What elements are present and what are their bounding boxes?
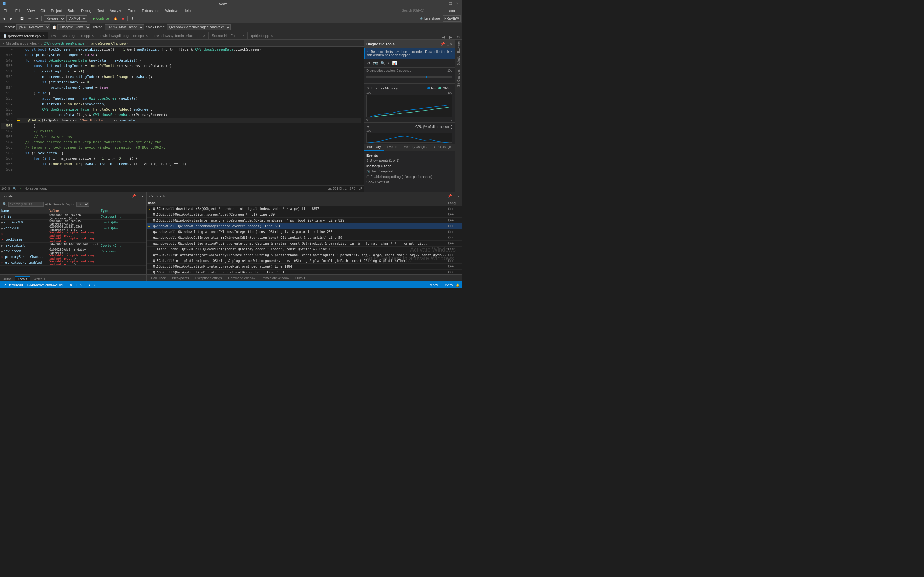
configuration-dropdown[interactable]: Release Debug [44,15,65,22]
tab-qwindowsintegration[interactable]: qwindowsintegration.cpp × [48,32,97,39]
tab-close-qobject[interactable]: × [271,34,273,37]
step-over-button[interactable]: ⬇ [129,15,136,22]
minimize-button[interactable]: — [440,1,447,6]
callstack-close-button[interactable]: × [457,194,459,198]
locals-tab-locals[interactable]: Locals [15,276,31,282]
menu-analyze[interactable]: Analyze [107,8,125,13]
menu-edit[interactable]: Edit [13,8,24,13]
diag-tab-cpu-usage[interactable]: CPU Usage [431,144,454,151]
lifecycle-dropdown[interactable]: Lifecycle Events [57,24,90,30]
locals-search-input[interactable] [8,201,44,207]
step-into-button[interactable]: ↓ [137,15,142,22]
tab-close-notfound[interactable]: × [242,34,244,37]
tab-scroll-left[interactable]: ◀ [440,35,447,39]
cs-tab-callstack[interactable]: Call Stack [149,276,168,280]
tab-qwindowssysteminterface[interactable]: qwindowssysteminterface.cpp × [151,32,208,39]
diag-tab-events[interactable]: Events [384,144,401,151]
back-button[interactable]: ◀ [1,15,7,22]
tab-close-sysinterface[interactable]: × [203,34,205,37]
tab-close-gdi[interactable]: × [145,34,148,37]
diag-pin-button[interactable]: 📌 [441,42,445,46]
forward-button[interactable]: ▶ [8,15,14,22]
sign-in-button[interactable]: Sign in [448,9,458,12]
solution-explorer-tab[interactable]: Solution Explorer [457,41,460,65]
menu-project[interactable]: Project [48,8,64,13]
tab-scroll-right[interactable]: ▶ [447,35,454,39]
stop-button[interactable]: ■ [120,15,126,22]
diag-tools-toggle[interactable]: ⚙ [454,35,462,39]
undo-button[interactable]: ↩ [27,15,32,22]
tab-qwindowsscreen[interactable]: 📄 qwindowsscreen.cpp × [0,32,48,39]
diag-search-button[interactable]: 🔍 [380,60,386,66]
menu-test[interactable]: Test [95,8,107,13]
tab-close-integration[interactable]: × [92,34,94,37]
diag-tab-summary[interactable]: Summary [364,144,384,151]
restart-button[interactable]: 🔥 [112,15,119,22]
menu-extensions[interactable]: Extensions [140,8,162,13]
diag-close-button[interactable]: × [451,42,452,46]
take-snapshot-item[interactable]: 📷 Take Snapshot [365,169,454,174]
menu-debug[interactable]: Debug [79,8,94,13]
stackframe-dropdown[interactable]: QWindowsScreenManager::handleScreenC... [166,24,231,30]
locals-expand-button[interactable]: ⊡ [137,194,140,198]
menu-view[interactable]: View [25,8,37,13]
diag-snapshot-button[interactable]: 📷 [373,60,379,66]
expand-begin[interactable]: ▶ [1,221,3,224]
locals-tab-autos[interactable]: Autos [0,277,15,282]
continue-button[interactable]: ▶ Continue [91,15,111,22]
process-dropdown[interactable]: [9748] nxtray.exe [16,24,50,30]
cs-tab-commandwindow[interactable]: Command Window [226,276,257,280]
locals-close-button[interactable]: × [142,194,144,198]
menu-file[interactable]: File [1,8,12,13]
diag-tab-memory-usage[interactable]: Memory Usage ↓ [400,144,431,151]
cs-tab-breakpoints[interactable]: Breakpoints [170,276,191,280]
search-next-button[interactable]: ▶ [49,202,51,206]
expand-newscreen[interactable]: ▶ [1,250,3,253]
global-search-input[interactable] [400,8,445,13]
tab-close-qwindowsscreen[interactable]: × [43,34,45,37]
maximize-button[interactable]: □ [448,1,453,6]
diagnostic-toolbar: ⚙ 📷 🔍 ℹ 📊 [364,59,455,68]
legend-stack: S... [427,86,436,90]
cs-tab-exception[interactable]: Exception Settings [194,276,224,280]
locals-tab-watch[interactable]: Watch 1 [30,277,48,282]
menu-build[interactable]: Build [65,8,78,13]
diag-expand-button[interactable]: ⊡ [446,42,449,46]
step-out-button[interactable]: ↑ [143,15,148,22]
enable-profiling-item[interactable]: ☐ Enable heap profiling (affects perform… [365,174,454,179]
git-branch[interactable]: feature/DCET-148-native-arm64-build [9,284,63,287]
callstack-pin-button[interactable]: 📌 [447,194,452,198]
close-button[interactable]: × [454,1,459,6]
show-events-item[interactable]: ⟫ Show Events (1 of 1) [365,158,454,163]
cs-tab-immediatewindow[interactable]: Immediate Window [260,276,291,280]
menu-help[interactable]: Help [181,8,194,13]
thread-dropdown[interactable]: [13764] Main Thread [105,24,144,30]
show-events-of-item[interactable]: Show Events of [365,179,454,185]
platform-dropdown[interactable]: ARM64 x64 [66,15,87,22]
diag-info-button[interactable]: ℹ [387,60,390,66]
tab-sourcenotfound[interactable]: Source Not Found × [208,32,248,39]
menu-window[interactable]: Window [162,8,180,13]
live-share-button[interactable]: 🔗 Live Share [418,15,441,22]
expand-end[interactable]: ▶ [1,227,3,230]
notifications-button[interactable]: 🔔 [456,284,459,287]
menu-tools[interactable]: Tools [126,8,139,13]
tab-qwindowsgdiintegration[interactable]: qwindowsgdiintegration.cpp × [97,32,151,39]
callstack-expand-button[interactable]: ⊡ [453,194,456,198]
expand-this[interactable]: ▶ [1,215,3,218]
git-changes-tab[interactable]: Git Changes [457,69,460,87]
code-editor[interactable]: const bool lockScreen = newDataList.size… [14,47,363,185]
locals-pin-button[interactable]: 📌 [132,194,136,198]
preview-button[interactable]: PREVIEW [443,15,461,22]
expand-newdatalist[interactable]: ▶ [1,244,3,247]
redo-button[interactable]: ↪ [34,15,39,22]
tab-qobject[interactable]: qobject.cpp × [248,32,276,39]
menu-git[interactable]: Git [38,8,47,13]
save-all-button[interactable]: 💾 [18,15,25,22]
search-prev-button[interactable]: ◀ [45,202,47,206]
search-depth-dropdown[interactable]: 3 [76,201,89,207]
diag-settings-button[interactable]: ⚙ [367,60,371,66]
alert-close-button[interactable]: × [451,50,452,53]
cs-tab-output[interactable]: Output [294,276,307,280]
diag-profile-button[interactable]: 📊 [391,60,397,66]
